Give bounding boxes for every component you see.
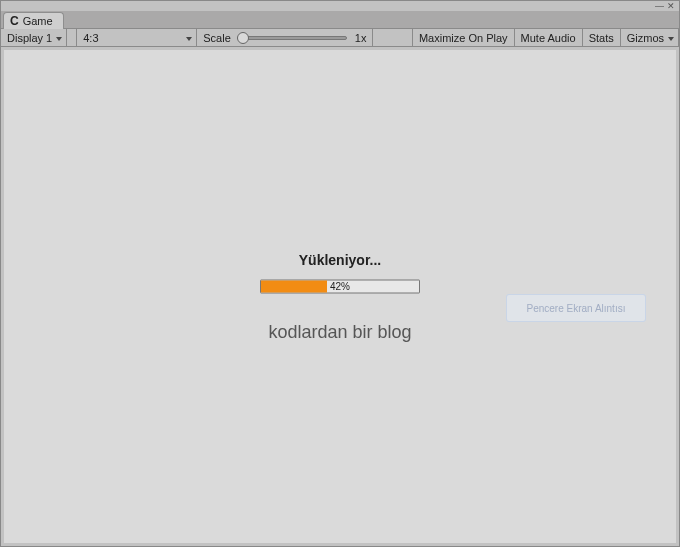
toolbar-spacer (373, 29, 413, 46)
stats-button[interactable]: Stats (583, 29, 621, 46)
gizmos-dropdown[interactable]: Gizmos (621, 29, 679, 46)
display-label: Display 1 (7, 32, 52, 44)
scale-group: Scale 1x (197, 29, 373, 46)
scale-value: 1x (353, 32, 367, 44)
slider-thumb[interactable] (237, 32, 249, 44)
progress-percent: 42% (261, 280, 419, 292)
stats-label: Stats (589, 32, 614, 44)
snipping-tool-label: Pencere Ekran Alıntısı (527, 303, 626, 314)
window-title-strip: — ✕ (1, 1, 679, 11)
gizmos-label: Gizmos (627, 32, 664, 44)
aspect-label: 4:3 (83, 32, 98, 44)
snipping-tool-ghost: Pencere Ekran Alıntısı (506, 294, 646, 322)
mute-audio-button[interactable]: Mute Audio (515, 29, 583, 46)
game-window: — ✕ C Game Display 1 4:3 Scale 1x Maximi… (0, 0, 680, 547)
mute-label: Mute Audio (521, 32, 576, 44)
loading-title: Yükleniyor... (4, 251, 676, 267)
maximize-label: Maximize On Play (419, 32, 508, 44)
scale-label: Scale (203, 32, 231, 44)
maximize-on-play-button[interactable]: Maximize On Play (413, 29, 515, 46)
game-toolbar: Display 1 4:3 Scale 1x Maximize On Play … (1, 29, 679, 47)
display-dropdown[interactable]: Display 1 (1, 29, 67, 46)
subtitle-text: kodlardan bir blog (4, 321, 676, 342)
slider-track (237, 36, 347, 40)
minimize-icon[interactable]: — (655, 2, 664, 11)
tab-row: C Game (1, 11, 679, 29)
close-icon[interactable]: ✕ (667, 2, 675, 11)
toolbar-gap-1 (67, 29, 77, 46)
scale-slider[interactable] (237, 31, 347, 45)
progress-bar: 42% (260, 279, 420, 293)
tab-game[interactable]: C Game (3, 12, 64, 29)
aspect-dropdown[interactable]: 4:3 (77, 29, 197, 46)
tab-label: Game (23, 15, 53, 27)
unity-logo-icon: C (10, 14, 19, 28)
game-viewport: Yükleniyor... 42% kodlardan bir blog Pen… (4, 50, 676, 543)
